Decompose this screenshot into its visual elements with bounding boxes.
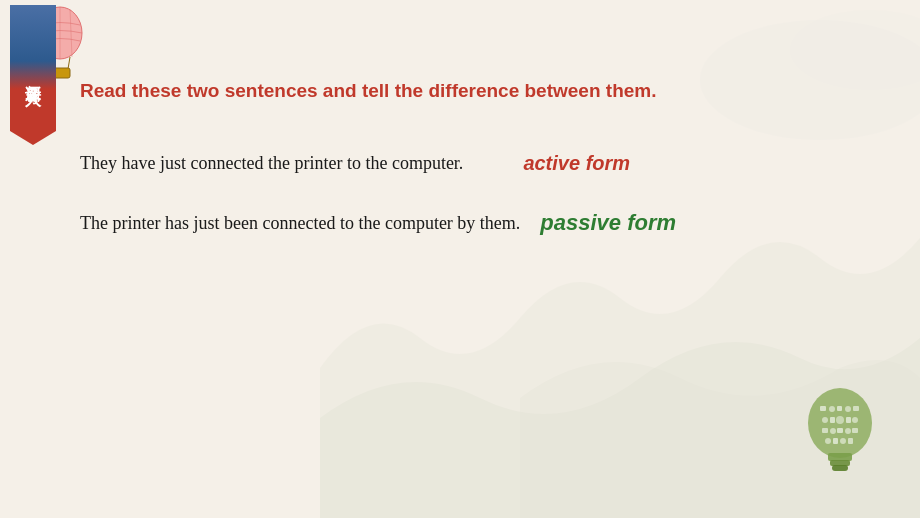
svg-rect-11 [828,453,852,461]
svg-point-29 [825,438,831,444]
instruction-text: Read these two sentences and tell the di… [80,80,840,102]
passive-form-label: passive form [540,210,676,236]
svg-rect-26 [837,428,843,433]
svg-point-25 [830,428,836,434]
svg-rect-22 [846,417,851,423]
svg-rect-30 [833,438,838,444]
svg-point-17 [845,406,851,412]
svg-point-19 [822,417,828,423]
ribbon-banner: 新课导入 [10,5,56,145]
svg-line-8 [68,57,70,69]
svg-point-15 [829,406,835,412]
svg-rect-13 [832,465,848,471]
active-form-label: active form [523,152,630,175]
sentence-1-text: They have just connected the printer to … [80,153,463,174]
svg-rect-24 [822,428,828,433]
svg-rect-20 [830,417,835,423]
svg-point-21 [836,416,844,424]
svg-rect-32 [848,438,853,444]
main-content: Read these two sentences and tell the di… [0,0,920,518]
sentences-area: They have just connected the printer to … [80,152,840,236]
sentence-2-text: The printer has just been connected to t… [80,213,520,234]
svg-point-31 [840,438,846,444]
svg-rect-18 [853,406,859,411]
svg-rect-14 [820,406,826,411]
svg-rect-16 [837,406,842,411]
svg-point-27 [845,428,851,434]
sentence-row-1: They have just connected the printer to … [80,152,840,175]
sentence-row-2: The printer has just been connected to t… [80,210,840,236]
svg-point-23 [852,417,858,423]
ribbon-text: 新课导入 [23,71,42,79]
bulb-decoration [790,378,890,498]
svg-rect-28 [852,428,858,433]
